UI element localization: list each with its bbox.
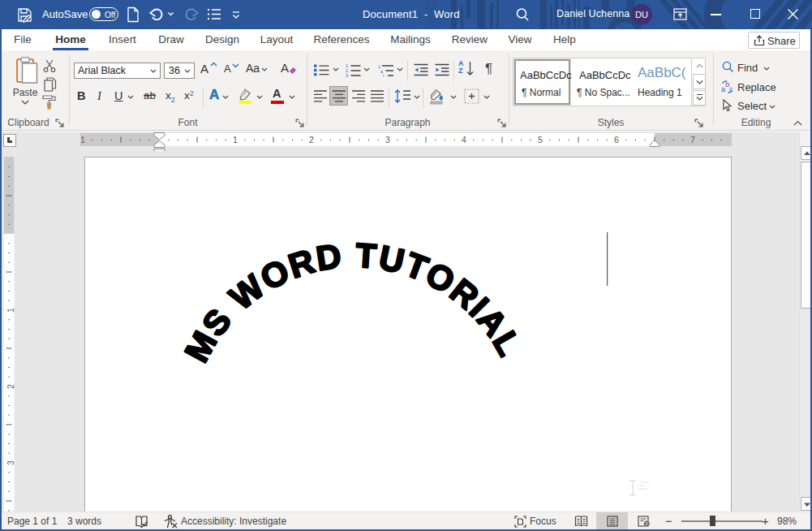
svg-text:5: 5 [538, 135, 543, 145]
svg-text:3: 3 [346, 73, 348, 77]
svg-text:6: 6 [614, 135, 619, 145]
svg-text:1: 1 [80, 135, 85, 145]
svg-text:i: i [383, 73, 384, 77]
svg-text:2: 2 [309, 135, 314, 145]
svg-text:3: 3 [6, 460, 15, 465]
svg-text:4: 4 [462, 135, 466, 145]
svg-text:a: a [721, 85, 725, 93]
svg-text:2: 2 [6, 384, 15, 389]
svg-text:MS WORD TUTORIAL: MS WORD TUTORIAL [177, 236, 528, 369]
svg-text:1: 1 [6, 308, 15, 313]
svg-text:3: 3 [385, 135, 390, 145]
svg-text:1: 1 [233, 135, 238, 145]
svg-text:7: 7 [690, 135, 695, 145]
